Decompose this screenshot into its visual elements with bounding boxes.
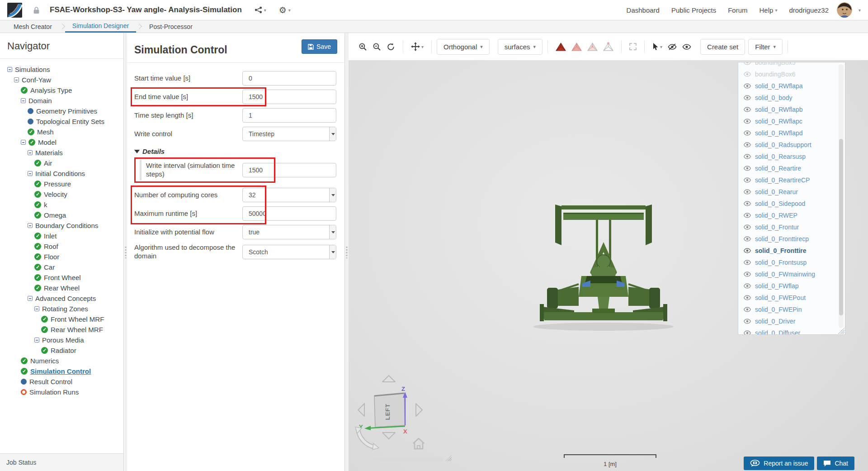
tree-item-k[interactable]: k (5, 200, 122, 210)
visibility-toggle[interactable] (744, 189, 751, 195)
nav-public-projects[interactable]: Public Projects (671, 6, 716, 14)
visibility-toggle[interactable] (744, 62, 751, 65)
collapse-icon[interactable] (34, 338, 39, 343)
scene-item-solid-0-rearur[interactable]: solid_0_Rearur (738, 186, 845, 198)
tree-item-car[interactable]: Car (5, 262, 122, 272)
visibility-toggle[interactable] (744, 95, 751, 100)
scene-item-solid-0-rwflapd[interactable]: solid_0_RWflapd (738, 127, 845, 139)
collapse-icon[interactable] (28, 296, 33, 301)
tree-item-velocity[interactable]: Velocity (5, 189, 122, 200)
details-section-toggle[interactable]: Details (134, 147, 336, 155)
rotate-down-arrow[interactable] (382, 433, 395, 439)
scene-item-solid-0-fwepout[interactable]: solid_0_FWEPout (738, 292, 845, 304)
visibility-toggle[interactable] (744, 260, 751, 265)
tree-item-domain[interactable]: Domain (5, 95, 122, 106)
scene-item-solid-0-reartirecp[interactable]: solid_0_ReartireCP (738, 174, 845, 186)
scene-item-solid-0-diffuser[interactable]: solid_0_Diffuser (738, 327, 845, 335)
visibility-toggle[interactable] (744, 130, 751, 136)
chat-button[interactable]: Chat (817, 457, 854, 470)
scene-item-solid-0-rwflapb[interactable]: solid_0_RWflapb (738, 104, 845, 115)
collapse-icon[interactable] (28, 171, 33, 176)
tree-item-porous-media[interactable]: Porous Media (5, 335, 122, 345)
car-model-3d[interactable] (529, 204, 678, 335)
scene-item-solid-0-body[interactable]: solid_0_body (738, 92, 845, 104)
dropdown-arrow-icon[interactable] (329, 225, 336, 239)
tree-item-air[interactable]: Air (5, 158, 122, 168)
visibility-toggle[interactable] (744, 319, 751, 324)
tab-mesh-creator[interactable]: Mesh Creator (6, 20, 59, 33)
select-algorithm-used-to-decompose-the-domain[interactable]: Scotch (242, 245, 336, 259)
scene-item-solid-0-fwmainwing[interactable]: solid_0_FWmainwing (738, 268, 845, 280)
scene-item-solid-0-fwflap[interactable]: solid_0_FWflap (738, 280, 845, 292)
scene-item-solid-0-rwflapc[interactable]: solid_0_RWflapc (738, 115, 845, 127)
tree-item-radiator[interactable]: Radiator (5, 345, 122, 356)
input-maximum-runtime-s[interactable]: 50000 (242, 206, 336, 221)
viewport-canvas[interactable]: boundingBox5boundingBox6solid_0_RWflapas… (349, 60, 868, 471)
scene-item-boundingbox6[interactable]: boundingBox6 (738, 68, 845, 80)
collapse-icon[interactable] (21, 98, 26, 103)
panel-resize-handle[interactable] (345, 33, 349, 471)
tree-item-simulation-runs[interactable]: Simulation Runs (5, 387, 122, 397)
visibility-toggle[interactable] (744, 330, 751, 335)
visibility-toggle[interactable] (744, 295, 751, 300)
select-number-of-computing-cores[interactable]: 32 (242, 188, 336, 202)
scene-item-solid-0-radsupport[interactable]: solid_0_Radsupport (738, 139, 845, 151)
input-end-time-value-s[interactable]: 1500 (242, 90, 336, 104)
tree-item-front-wheel[interactable]: Front Wheel (5, 272, 122, 283)
scene-item-solid-0-reartire[interactable]: solid_0_Reartire (738, 162, 845, 174)
resize-grip-icon[interactable] (838, 328, 844, 334)
scene-item-solid-0-rwep[interactable]: solid_0_RWEP (738, 209, 845, 221)
settings-menu[interactable]: ⚙ ▾ (279, 6, 291, 14)
tree-item-omega[interactable]: Omega (5, 210, 122, 220)
tree-item-rotating-zones[interactable]: Rotating Zones (5, 304, 122, 314)
scene-item-boundingbox5[interactable]: boundingBox5 (738, 62, 845, 68)
show-all-button[interactable] (679, 42, 694, 52)
resize-grip-icon[interactable] (445, 455, 452, 461)
select-volume-tool[interactable] (553, 40, 569, 53)
filter-dropdown[interactable]: Filter (748, 39, 783, 55)
tree-item-model[interactable]: Model (5, 137, 122, 147)
visibility-toggle[interactable] (744, 83, 751, 89)
input-start-time-value-s[interactable]: 0 (242, 71, 336, 86)
tree-item-conf-yaw[interactable]: Conf-Yaw (5, 75, 122, 85)
rotate-up-arrow[interactable] (382, 376, 395, 382)
box-select-tool[interactable] (627, 41, 639, 52)
nav-forum[interactable]: Forum (728, 6, 747, 14)
visibility-toggle[interactable] (744, 107, 751, 112)
visibility-toggle[interactable] (744, 271, 751, 277)
visibility-toggle[interactable] (744, 248, 751, 253)
collapse-icon[interactable] (14, 77, 19, 82)
scene-item-solid-0-rearsusp[interactable]: solid_0_Rearsusp (738, 151, 845, 162)
rotate-right-arrow[interactable] (416, 404, 422, 416)
scrollbar-thumb[interactable] (839, 139, 843, 315)
tree-item-boundary-conditions[interactable]: Boundary Conditions (5, 220, 122, 231)
select-initialize-with-potential-flow[interactable]: true (242, 225, 336, 239)
visibility-toggle[interactable] (744, 177, 751, 183)
scrollbar-track[interactable] (839, 64, 844, 328)
hide-selected-button[interactable] (665, 42, 679, 52)
collapse-icon[interactable] (28, 150, 33, 155)
nav-username[interactable]: drodriguez32 (789, 6, 829, 14)
tree-item-mesh[interactable]: Mesh (5, 127, 122, 137)
select-surface-tool[interactable] (569, 40, 585, 53)
home-view-button[interactable] (413, 438, 424, 449)
collapse-icon[interactable] (7, 67, 12, 72)
avatar[interactable] (837, 2, 852, 18)
zoom-in-button[interactable] (356, 41, 370, 53)
rotate-roll-arrow[interactable] (355, 427, 379, 450)
select-write-control[interactable]: Timestep (242, 127, 336, 141)
rotate-left-arrow[interactable] (358, 404, 364, 416)
pointer-select-tool[interactable]: ▾ (650, 41, 665, 52)
visibility-toggle[interactable] (744, 154, 751, 159)
tree-item-initial-conditions[interactable]: Initial Conditions (5, 168, 122, 179)
tree-item-analysis-type[interactable]: Analysis Type (5, 85, 122, 95)
refresh-view-button[interactable] (384, 41, 398, 53)
visibility-toggle[interactable] (744, 224, 751, 230)
report-issue-button[interactable]: Report an issue (744, 457, 814, 470)
tree-item-inlet[interactable]: Inlet (5, 231, 122, 241)
save-button[interactable]: Save (302, 39, 337, 54)
nav-help[interactable]: Help ▾ (760, 6, 778, 14)
tree-item-rear-wheel-mrf[interactable]: Rear Wheel MRF (5, 324, 122, 335)
scene-item-solid-0-frontur[interactable]: solid_0_Frontur (738, 221, 845, 233)
dropdown-arrow-icon[interactable] (329, 245, 336, 259)
